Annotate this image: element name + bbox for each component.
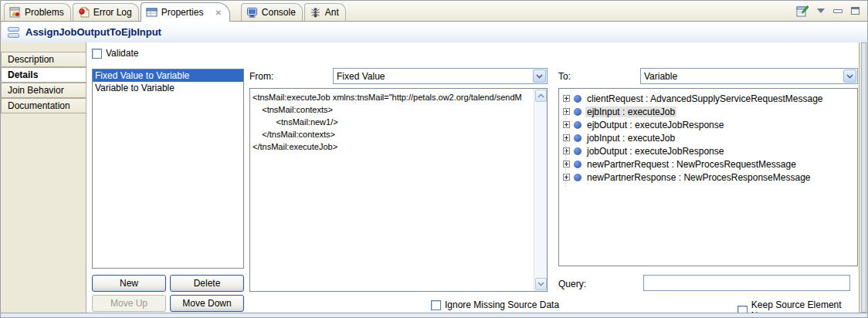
right-border-strip xyxy=(861,42,866,313)
link-with-editor-icon[interactable] xyxy=(796,5,809,17)
list-item-label: Fixed Value to Variable xyxy=(95,70,189,81)
error-log-icon xyxy=(78,7,90,18)
tab-properties[interactable]: Properties ✕ xyxy=(141,2,230,22)
list-item[interactable]: Variable to Variable xyxy=(93,82,243,94)
tab-label: Problems xyxy=(25,7,64,18)
sidebar-item-documentation[interactable]: Documentation xyxy=(1,98,86,113)
tab-label: Ant xyxy=(325,7,339,18)
variable-icon xyxy=(574,161,581,168)
to-label: To: xyxy=(558,71,571,82)
tab-ant[interactable]: Ant xyxy=(304,3,346,21)
assign-activity-icon xyxy=(8,27,19,38)
expand-plus-icon[interactable] xyxy=(563,108,570,115)
tree-row[interactable]: jobInput : executeJob xyxy=(559,131,857,144)
tree-row[interactable]: ejbOutput : executeJobResponse xyxy=(559,118,857,131)
tree-guide-line xyxy=(565,95,566,186)
tab-console[interactable]: Console xyxy=(241,3,303,21)
chevron-down-icon[interactable] xyxy=(533,69,546,83)
variable-icon xyxy=(574,134,581,142)
ignore-missing-source-checkbox[interactable]: Ignore Missing Source Data xyxy=(431,299,559,310)
tree-row[interactable]: ejbInput : executeJob xyxy=(559,105,857,118)
close-icon[interactable]: ✕ xyxy=(215,8,221,17)
ant-icon xyxy=(310,7,321,18)
query-label: Query: xyxy=(558,279,586,289)
tab-error-log[interactable]: Error Log xyxy=(73,3,139,21)
tab-label: Error Log xyxy=(93,7,132,18)
problems-icon xyxy=(9,7,21,18)
expand-plus-icon[interactable] xyxy=(563,147,570,154)
xml-code[interactable]: <tnsMail:executeJob xmlns:tnsMail="http:… xyxy=(250,89,534,291)
expand-plus-icon[interactable] xyxy=(563,174,570,181)
view-tabbar: Problems Error Log Properties ✕ Console xyxy=(1,1,867,22)
tree-row-label: jobOutput : executeJobResponse xyxy=(585,146,725,157)
checkbox-box[interactable] xyxy=(431,300,441,310)
assignment-list[interactable]: Fixed Value to Variable Variable to Vari… xyxy=(92,69,244,269)
tree-row-label: jobInput : executeJob xyxy=(585,133,676,144)
tree-row[interactable]: jobOutput : executeJobResponse xyxy=(559,144,857,157)
from-label: From: xyxy=(249,71,273,82)
variable-icon xyxy=(574,147,581,155)
sidebar-item-label: Documentation xyxy=(8,100,70,111)
maximize-icon[interactable] xyxy=(851,7,860,15)
variable-icon xyxy=(574,174,581,181)
validate-checkbox[interactable]: Validate xyxy=(92,48,138,59)
query-input[interactable] xyxy=(643,275,850,291)
tree-row[interactable]: clientRequest : AdvancedSupplyServiceReq… xyxy=(559,92,857,105)
tree-row-label: newPartnerResponse : NewProcesResponseMe… xyxy=(585,172,812,183)
move-down-button[interactable]: Move Down xyxy=(170,295,244,312)
expand-plus-icon[interactable] xyxy=(563,161,570,167)
tab-label: Console xyxy=(262,7,296,18)
sidebar-item-label: Details xyxy=(8,69,38,80)
minimize-icon[interactable] xyxy=(833,9,843,13)
view-menu-icon[interactable] xyxy=(817,8,825,13)
sidebar-item-label: Join Behavior xyxy=(8,85,64,96)
tree-row[interactable]: newPartnerResponse : NewProcesResponseMe… xyxy=(559,171,857,184)
tree-row-label: ejbOutput : executeJobResponse xyxy=(585,120,725,130)
tree-row-label: ejbInput : executeJob xyxy=(585,107,676,117)
properties-view-window: Problems Error Log Properties ✕ Console xyxy=(0,0,868,318)
new-button[interactable]: New xyxy=(92,275,166,292)
fixed-value-xml-editor[interactable]: <tnsMail:executeJob xmlns:tnsMail="http:… xyxy=(249,88,548,292)
tree-row-label: clientRequest : AdvancedSupplyServiceReq… xyxy=(585,93,825,104)
scroll-up-icon[interactable] xyxy=(535,90,547,102)
variable-icon xyxy=(574,95,581,103)
console-icon xyxy=(246,7,258,18)
checkbox-box[interactable] xyxy=(92,49,102,59)
list-item[interactable]: Fixed Value to Variable xyxy=(93,69,243,82)
tree-row[interactable]: newPartnerRequest : NewProcesRequestMess… xyxy=(559,157,857,171)
tab-problems[interactable]: Problems xyxy=(4,3,71,21)
variable-icon xyxy=(574,108,581,116)
scroll-down-icon[interactable] xyxy=(535,278,547,290)
tree-row-label: newPartnerRequest : NewProcesRequestMess… xyxy=(585,159,798,170)
delete-button[interactable]: Delete xyxy=(170,275,244,292)
sidebar-item-join-behavior[interactable]: Join Behavior xyxy=(1,83,86,98)
list-item-label: Variable to Variable xyxy=(95,83,175,93)
view-toolbar xyxy=(796,5,860,17)
properties-icon xyxy=(146,7,158,18)
ignore-missing-source-label: Ignore Missing Source Data xyxy=(445,299,559,310)
sidebar-item-label: Description xyxy=(8,54,54,65)
move-up-button[interactable]: Move Up xyxy=(92,295,166,312)
sidebar-item-description[interactable]: Description xyxy=(1,52,86,67)
sidebar-item-details[interactable]: Details xyxy=(1,67,86,83)
xml-scrollbar[interactable] xyxy=(534,89,547,291)
from-type-select[interactable]: Fixed Value xyxy=(333,68,548,84)
form-titlebar: AssignJobOutputToEjbInput xyxy=(2,22,868,42)
expand-plus-icon[interactable] xyxy=(563,121,570,128)
from-type-value: Fixed Value xyxy=(334,71,532,82)
variable-tree[interactable]: clientRequest : AdvancedSupplyServiceReq… xyxy=(558,88,858,266)
validate-label: Validate xyxy=(106,48,138,59)
to-type-value: Variable xyxy=(641,71,843,82)
bottom-border-strip xyxy=(1,313,867,318)
chevron-down-icon[interactable] xyxy=(843,69,856,83)
expand-plus-icon[interactable] xyxy=(563,134,570,141)
expand-plus-icon[interactable] xyxy=(563,95,570,102)
to-type-select[interactable]: Variable xyxy=(640,68,858,84)
page-title: AssignJobOutputToEjbInput xyxy=(25,26,161,38)
variable-icon xyxy=(574,121,581,129)
tab-label: Properties xyxy=(161,7,204,18)
